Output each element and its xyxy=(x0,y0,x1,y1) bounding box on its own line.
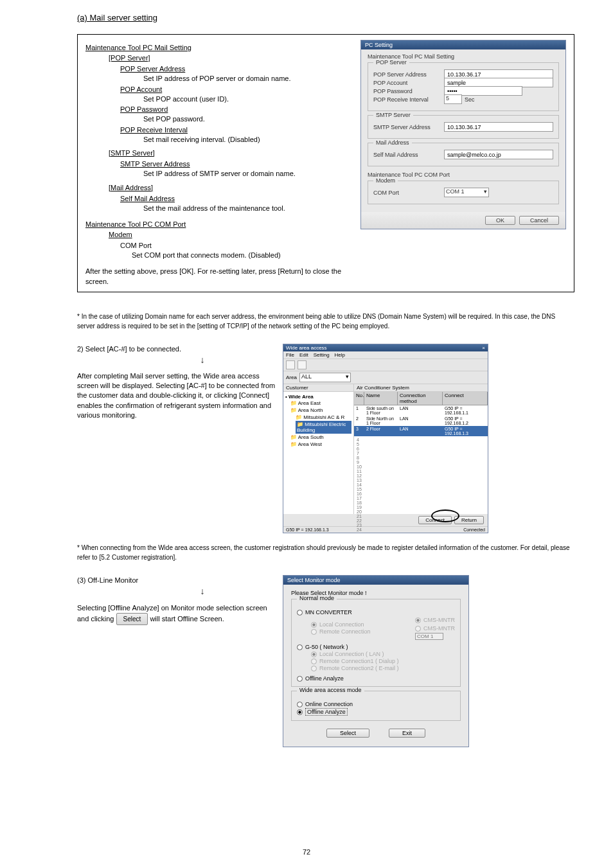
smtp-fieldset: SMTP Server SMTP Server Address xyxy=(368,115,559,139)
pop-account-label: POP Account xyxy=(120,85,354,93)
list-row[interactable]: 2 Side North on 1 Floor LAN G50 IP = 192… xyxy=(354,416,488,426)
select-button[interactable]: Select xyxy=(326,729,369,738)
fieldset-legend: POP Server xyxy=(373,59,409,66)
toolbar-icon[interactable] xyxy=(298,360,306,369)
radio-dialup: Remote Connection1 ( Dialup ) xyxy=(311,658,455,664)
modem-fieldset: Modem COM Port COM 1▾ xyxy=(368,181,559,204)
chevron-down-icon: ▾ xyxy=(484,188,487,197)
return-button[interactable]: Return xyxy=(454,516,484,524)
ok-button[interactable]: OK xyxy=(485,216,515,225)
down-arrow-icon: ↓ xyxy=(129,586,276,596)
area-label: Area xyxy=(286,375,297,380)
cancel-button[interactable]: Cancel xyxy=(519,216,559,225)
select-monitor-mode-screenshot: Select Monitor mode Please Select Monito… xyxy=(283,575,469,747)
group-heading: Maintenance Tool PC Mail Setting xyxy=(85,44,354,51)
pc-setting-dialog-screenshot: PC Setting Maintenance Tool PC Mail Sett… xyxy=(360,40,566,229)
smtp-address-input[interactable] xyxy=(444,122,553,132)
radio-lan: Local Connection ( LAN ) xyxy=(311,651,455,657)
mail-address-header: [Mail Address] xyxy=(109,183,354,193)
mail-fieldset: Mail Address Self Mail Address xyxy=(368,143,559,166)
pop-address-desc: Set IP address of POP server or domain n… xyxy=(143,74,354,84)
self-mail-input[interactable] xyxy=(444,150,553,159)
connect-button[interactable]: Connect xyxy=(418,516,452,524)
select-button-inline: Select xyxy=(116,613,148,625)
com-port-select[interactable]: COM 1▾ xyxy=(444,188,489,197)
step3-desc: Selecting [Offline Analyze] on Monitor m… xyxy=(77,603,276,626)
settings-description-box: Maintenance Tool PC Mail Setting [POP Se… xyxy=(77,34,574,292)
radio-offline[interactable]: Offline Analyze xyxy=(297,675,455,682)
tree-item[interactable]: 📁 Area North xyxy=(290,407,351,414)
pop-interval-label: POP Receive Interval xyxy=(120,126,354,134)
smtp-address-desc: Set IP address of SMTP server or domain … xyxy=(143,169,354,179)
wide-area-screenshot: Wide area access× File Edit Setting Help… xyxy=(283,344,488,533)
smtp-address-label: SMTP Server Address xyxy=(120,160,354,168)
fieldset-legend: Mail Address xyxy=(373,139,412,146)
radio-mn-converter[interactable]: MN CONVERTER xyxy=(297,609,455,616)
radio-cms: CMS-MNTR xyxy=(415,617,455,623)
radio-g50[interactable]: G-50 ( Network ) xyxy=(297,644,455,650)
save-note: After the setting above, press [OK]. For… xyxy=(85,267,354,287)
tree-item-selected[interactable]: 📁 Mitsubishi Electric Building xyxy=(296,421,351,434)
comport-heading: Maintenance Tool PC COM Port xyxy=(85,220,354,228)
area-select[interactable]: ALL▾ xyxy=(299,373,351,382)
list-header: No. Name Connection method Connect xyxy=(354,392,488,405)
field-label: POP Password xyxy=(373,88,444,94)
toolbar-icon[interactable] xyxy=(286,360,295,369)
step3-title: (3) Off-Line Monitor xyxy=(77,575,276,586)
exit-button[interactable]: Exit xyxy=(389,729,425,738)
com-port-label: COM Port xyxy=(120,242,354,249)
pop-address-label: POP Server Address xyxy=(120,65,354,73)
fieldset-legend: SMTP Server xyxy=(373,112,413,118)
list-row[interactable]: 1 Side south on 1 Floor LAN G50 IP = 192… xyxy=(354,405,488,416)
tree-root[interactable]: • Wide Area xyxy=(285,394,351,400)
menu-file[interactable]: File xyxy=(286,352,294,358)
radio-online-connection[interactable]: Online Connection xyxy=(297,701,455,707)
group-legend: Wide area access mode xyxy=(297,687,364,693)
radio-remote-connection: Remote Connection xyxy=(311,628,371,635)
com-port-select: COM 1 xyxy=(415,633,443,640)
pop-account-desc: Set POP account (user ID). xyxy=(143,94,354,104)
status-right: Connected xyxy=(463,527,485,532)
page-number: 72 xyxy=(303,848,310,856)
self-mail-label: Self Mail Address xyxy=(120,195,354,202)
pop-interval-desc: Set mail receiving interval. (Disabled) xyxy=(143,135,354,145)
normal-mode-group: Normal mode MN CONVERTER Local Connectio… xyxy=(291,599,461,687)
dialog-title: Select Monitor mode xyxy=(283,576,468,585)
pop-password-label: POP Password xyxy=(120,105,354,113)
tree-item[interactable]: 📁 Area West xyxy=(290,441,351,448)
radio-local-connection: Local Connection xyxy=(311,621,371,628)
field-label: POP Receive Interval xyxy=(373,96,444,103)
list-row-selected[interactable]: 3 2 Floor LAN G50 IP = 192.168.1.3 xyxy=(354,426,488,436)
field-label: POP Account xyxy=(373,80,444,86)
field-label: SMTP Server Address xyxy=(373,124,444,130)
radio-cms2: CMS-MNTR xyxy=(415,625,455,632)
step2-title: 2) Select [AC-#] to be connected. xyxy=(77,344,276,355)
pop-server-fieldset: POP Server POP Server Address POP Accoun… xyxy=(368,62,559,111)
window-title: Wide area access xyxy=(286,345,327,351)
smtp-server-header: [SMTP Server] xyxy=(109,148,354,158)
tree-item[interactable]: 📁 Mitsubishi AC & R xyxy=(296,414,351,421)
field-label: COM Port xyxy=(373,190,444,196)
down-arrow-icon: ↓ xyxy=(129,355,276,365)
tree-item[interactable]: 📁 Area South xyxy=(290,434,351,441)
radio-offline-analyze[interactable]: Offline Analyze xyxy=(297,708,455,716)
field-label: Self Mail Address xyxy=(373,152,444,158)
ac-header: Air Conditioner System xyxy=(354,384,488,391)
menu-edit[interactable]: Edit xyxy=(299,352,308,358)
registration-note: * When connecting from the Wide area acc… xyxy=(77,543,574,562)
chevron-down-icon: ▾ xyxy=(346,373,349,382)
dialog-title: PC Setting xyxy=(361,40,565,49)
wide-area-group: Wide area access mode Online Connection … xyxy=(291,691,461,721)
tree-item[interactable]: 📁 Area East xyxy=(290,400,351,407)
pop-server-header: [POP Server] xyxy=(109,53,354,63)
customer-header: Customer xyxy=(283,384,354,391)
customer-tree[interactable]: • Wide Area 📁 Area East 📁 Area North 📁 M… xyxy=(283,392,354,514)
status-left: G50 IP = 192.168.1.3 xyxy=(286,527,329,532)
dns-note: * In the case of utilizing Domain name f… xyxy=(77,312,574,331)
close-icon[interactable]: × xyxy=(482,345,485,351)
menu-setting[interactable]: Setting xyxy=(314,352,330,358)
field-label: POP Server Address xyxy=(373,71,444,78)
menu-help[interactable]: Help xyxy=(335,352,345,358)
pop-interval-select[interactable]: 5 xyxy=(444,94,462,104)
radio-email: Remote Connection2 ( E-mail ) xyxy=(311,665,455,671)
